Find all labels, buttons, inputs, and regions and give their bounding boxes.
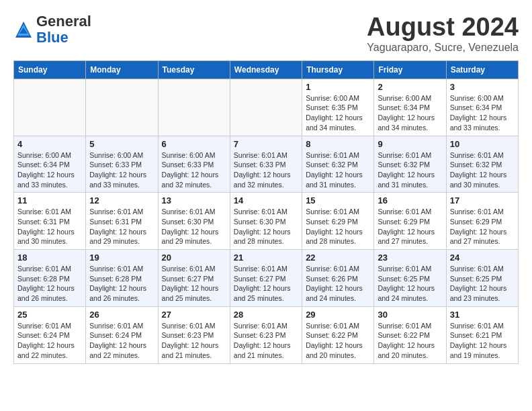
day-number: 31 <box>450 310 515 320</box>
day-number: 4 <box>17 139 82 149</box>
calendar-cell: 28Sunrise: 6:01 AMSunset: 6:23 PMDayligh… <box>230 306 302 363</box>
day-number: 16 <box>378 195 442 205</box>
day-info: Sunrise: 6:01 AMSunset: 6:30 PMDaylight:… <box>162 207 226 246</box>
calendar-cell <box>86 79 158 136</box>
calendar-cell: 2Sunrise: 6:00 AMSunset: 6:34 PMDaylight… <box>374 79 446 136</box>
day-info: Sunrise: 6:00 AMSunset: 6:33 PMDaylight:… <box>89 150 154 190</box>
day-number: 24 <box>450 253 515 263</box>
day-info: Sunrise: 6:01 AMSunset: 6:24 PMDaylight:… <box>89 321 154 361</box>
day-info: Sunrise: 6:01 AMSunset: 6:25 PMDaylight:… <box>450 264 515 304</box>
calendar-cell <box>158 79 230 136</box>
calendar-cell: 9Sunrise: 6:01 AMSunset: 6:32 PMDaylight… <box>374 136 446 193</box>
day-number: 9 <box>378 139 442 149</box>
calendar-cell: 15Sunrise: 6:01 AMSunset: 6:29 PMDayligh… <box>302 193 374 250</box>
weekday-header-sunday: Sunday <box>14 60 86 79</box>
day-number: 17 <box>450 195 515 205</box>
page-header: General Blue August 2024 Yaguaraparo, Su… <box>13 13 519 54</box>
weekday-header-row: SundayMondayTuesdayWednesdayThursdayFrid… <box>14 60 519 79</box>
day-info: Sunrise: 6:01 AMSunset: 6:33 PMDaylight:… <box>234 150 298 190</box>
calendar-week-row: 18Sunrise: 6:01 AMSunset: 6:28 PMDayligh… <box>14 250 519 307</box>
calendar-cell: 24Sunrise: 6:01 AMSunset: 6:25 PMDayligh… <box>446 250 518 307</box>
day-number: 18 <box>17 253 82 263</box>
day-info: Sunrise: 6:01 AMSunset: 6:22 PMDaylight:… <box>306 321 370 361</box>
calendar-cell: 1Sunrise: 6:00 AMSunset: 6:35 PMDaylight… <box>302 79 374 136</box>
calendar-cell: 17Sunrise: 6:01 AMSunset: 6:29 PMDayligh… <box>446 193 518 250</box>
day-info: Sunrise: 6:01 AMSunset: 6:30 PMDaylight:… <box>234 207 298 246</box>
day-number: 8 <box>306 139 370 149</box>
day-info: Sunrise: 6:01 AMSunset: 6:28 PMDaylight:… <box>89 264 154 304</box>
weekday-header-thursday: Thursday <box>302 60 374 79</box>
calendar-cell: 13Sunrise: 6:01 AMSunset: 6:30 PMDayligh… <box>158 193 230 250</box>
calendar-cell: 4Sunrise: 6:00 AMSunset: 6:34 PMDaylight… <box>14 136 86 193</box>
calendar-cell: 19Sunrise: 6:01 AMSunset: 6:28 PMDayligh… <box>86 250 158 307</box>
day-info: Sunrise: 6:00 AMSunset: 6:34 PMDaylight:… <box>378 93 442 133</box>
day-info: Sunrise: 6:01 AMSunset: 6:32 PMDaylight:… <box>378 150 442 190</box>
day-info: Sunrise: 6:00 AMSunset: 6:33 PMDaylight:… <box>162 150 226 190</box>
day-info: Sunrise: 6:00 AMSunset: 6:35 PMDaylight:… <box>306 93 370 133</box>
day-number: 25 <box>17 310 82 320</box>
calendar-cell: 26Sunrise: 6:01 AMSunset: 6:24 PMDayligh… <box>86 306 158 363</box>
day-info: Sunrise: 6:01 AMSunset: 6:21 PMDaylight:… <box>450 321 515 361</box>
day-number: 26 <box>89 310 154 320</box>
day-number: 13 <box>162 195 226 205</box>
calendar-table: SundayMondayTuesdayWednesdayThursdayFrid… <box>13 60 519 364</box>
calendar-cell: 14Sunrise: 6:01 AMSunset: 6:30 PMDayligh… <box>230 193 302 250</box>
calendar-cell: 5Sunrise: 6:00 AMSunset: 6:33 PMDaylight… <box>86 136 158 193</box>
calendar-week-row: 25Sunrise: 6:01 AMSunset: 6:24 PMDayligh… <box>14 306 519 363</box>
day-info: Sunrise: 6:01 AMSunset: 6:29 PMDaylight:… <box>306 207 370 246</box>
day-number: 10 <box>450 139 515 149</box>
calendar-week-row: 4Sunrise: 6:00 AMSunset: 6:34 PMDaylight… <box>14 136 519 193</box>
day-number: 20 <box>162 253 226 263</box>
day-info: Sunrise: 6:01 AMSunset: 6:27 PMDaylight:… <box>162 264 226 304</box>
day-info: Sunrise: 6:01 AMSunset: 6:27 PMDaylight:… <box>234 264 298 304</box>
month-year-title: August 2024 <box>367 13 519 42</box>
day-info: Sunrise: 6:00 AMSunset: 6:34 PMDaylight:… <box>17 150 82 190</box>
calendar-cell: 30Sunrise: 6:01 AMSunset: 6:22 PMDayligh… <box>374 306 446 363</box>
day-info: Sunrise: 6:01 AMSunset: 6:24 PMDaylight:… <box>17 321 82 361</box>
calendar-cell: 12Sunrise: 6:01 AMSunset: 6:31 PMDayligh… <box>86 193 158 250</box>
day-info: Sunrise: 6:01 AMSunset: 6:25 PMDaylight:… <box>378 264 442 304</box>
day-number: 15 <box>306 195 370 205</box>
calendar-cell: 11Sunrise: 6:01 AMSunset: 6:31 PMDayligh… <box>14 193 86 250</box>
day-number: 19 <box>89 253 154 263</box>
day-number: 14 <box>234 195 298 205</box>
weekday-header-monday: Monday <box>86 60 158 79</box>
day-info: Sunrise: 6:01 AMSunset: 6:23 PMDaylight:… <box>234 321 298 361</box>
logo-icon <box>13 19 34 40</box>
day-info: Sunrise: 6:01 AMSunset: 6:31 PMDaylight:… <box>89 207 154 246</box>
title-block: August 2024 Yaguaraparo, Sucre, Venezuel… <box>367 13 519 54</box>
day-info: Sunrise: 6:01 AMSunset: 6:29 PMDaylight:… <box>378 207 442 246</box>
day-info: Sunrise: 6:01 AMSunset: 6:31 PMDaylight:… <box>17 207 82 246</box>
calendar-cell: 8Sunrise: 6:01 AMSunset: 6:32 PMDaylight… <box>302 136 374 193</box>
day-info: Sunrise: 6:01 AMSunset: 6:23 PMDaylight:… <box>162 321 226 361</box>
day-number: 27 <box>162 310 226 320</box>
calendar-cell: 29Sunrise: 6:01 AMSunset: 6:22 PMDayligh… <box>302 306 374 363</box>
day-info: Sunrise: 6:00 AMSunset: 6:34 PMDaylight:… <box>450 93 515 133</box>
weekday-header-saturday: Saturday <box>446 60 518 79</box>
day-number: 2 <box>378 82 442 92</box>
calendar-cell: 27Sunrise: 6:01 AMSunset: 6:23 PMDayligh… <box>158 306 230 363</box>
day-number: 29 <box>306 310 370 320</box>
calendar-cell: 10Sunrise: 6:01 AMSunset: 6:32 PMDayligh… <box>446 136 518 193</box>
location-subtitle: Yaguaraparo, Sucre, Venezuela <box>367 42 519 54</box>
day-number: 6 <box>162 139 226 149</box>
weekday-header-friday: Friday <box>374 60 446 79</box>
calendar-cell <box>14 79 86 136</box>
logo-text: General Blue <box>36 13 91 46</box>
day-number: 28 <box>234 310 298 320</box>
calendar-cell: 25Sunrise: 6:01 AMSunset: 6:24 PMDayligh… <box>14 306 86 363</box>
day-number: 11 <box>17 195 82 205</box>
calendar-cell: 22Sunrise: 6:01 AMSunset: 6:26 PMDayligh… <box>302 250 374 307</box>
logo: General Blue <box>13 13 91 46</box>
calendar-cell: 31Sunrise: 6:01 AMSunset: 6:21 PMDayligh… <box>446 306 518 363</box>
day-number: 5 <box>89 139 154 149</box>
calendar-cell <box>230 79 302 136</box>
day-info: Sunrise: 6:01 AMSunset: 6:32 PMDaylight:… <box>306 150 370 190</box>
calendar-week-row: 11Sunrise: 6:01 AMSunset: 6:31 PMDayligh… <box>14 193 519 250</box>
calendar-cell: 6Sunrise: 6:00 AMSunset: 6:33 PMDaylight… <box>158 136 230 193</box>
calendar-week-row: 1Sunrise: 6:00 AMSunset: 6:35 PMDaylight… <box>14 79 519 136</box>
calendar-cell: 7Sunrise: 6:01 AMSunset: 6:33 PMDaylight… <box>230 136 302 193</box>
day-info: Sunrise: 6:01 AMSunset: 6:28 PMDaylight:… <box>17 264 82 304</box>
weekday-header-tuesday: Tuesday <box>158 60 230 79</box>
day-info: Sunrise: 6:01 AMSunset: 6:32 PMDaylight:… <box>450 150 515 190</box>
